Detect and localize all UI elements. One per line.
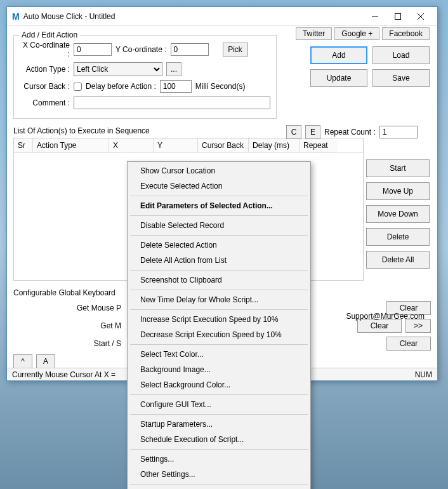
menu-show-cursor[interactable]: Show Cursor Location (128, 163, 310, 178)
titlebar: M Auto Mouse Click - Untitled (7, 7, 437, 26)
facebook-link[interactable]: Facebook (382, 27, 430, 40)
e-button[interactable]: E (305, 125, 320, 139)
menu-inc-speed[interactable]: Increase Script Execution Speed by 10% (128, 312, 310, 327)
context-menu: Show Cursor Location Execute Selected Ac… (127, 161, 311, 489)
menu-delete-all[interactable]: Delete All Action from List (128, 253, 310, 268)
menu-dec-speed[interactable]: Decrease Script Execution Speed by 10% (128, 327, 310, 342)
menu-text-color[interactable]: Select Text Color... (128, 347, 310, 362)
caret-button[interactable]: ^ (13, 354, 32, 368)
col-action[interactable]: Action Type (33, 138, 109, 152)
menu-sep (130, 484, 308, 485)
menu-gui-text[interactable]: Configure GUI Text... (128, 397, 310, 412)
menu-sep (130, 215, 308, 216)
google-link[interactable]: Google + (334, 27, 379, 40)
add-edit-legend: Add / Edit Action (19, 30, 80, 39)
delay-label: Delay before Action : (86, 82, 156, 91)
add-button[interactable]: Add (310, 46, 367, 64)
status-text: Currently Mouse Cursor At X = (12, 370, 115, 379)
y-label: Y Co-ordinate : (115, 45, 167, 54)
menu-bg-color[interactable]: Select Background Color... (128, 377, 310, 392)
a-button[interactable]: A (36, 354, 55, 368)
comment-input[interactable] (74, 97, 270, 109)
menu-schedule[interactable]: Schedule Execution of Script... (128, 432, 310, 447)
support-link[interactable]: Support@MurGee.com (346, 312, 425, 321)
maximize-button[interactable] (386, 8, 409, 25)
delay-input[interactable] (160, 80, 192, 93)
menu-sep (130, 344, 308, 345)
delay-unit: Milli Second(s) (195, 82, 246, 91)
cfg-row3-label: Start / S (13, 339, 121, 348)
menu-sep (130, 290, 308, 290)
menu-screenshot[interactable]: Screenshot to Clipboard (128, 272, 310, 288)
start-button[interactable]: Start (366, 159, 430, 177)
menu-sep (130, 309, 308, 310)
col-repeat[interactable]: Repeat (300, 138, 338, 152)
moveup-button[interactable]: Move Up (366, 182, 430, 200)
col-x[interactable]: X (109, 138, 154, 152)
cursor-back-label: Cursor Back : (19, 82, 70, 91)
menu-delete-selected[interactable]: Delete Selected Action (128, 238, 310, 253)
col-delay[interactable]: Delay (ms) (249, 138, 300, 152)
col-sr[interactable]: Sr (14, 138, 33, 152)
menu-execute-selected[interactable]: Execute Selected Action (128, 178, 310, 194)
menu-sep (130, 449, 308, 450)
close-button[interactable] (409, 8, 432, 25)
svg-rect-1 (395, 13, 401, 19)
action-type-more-button[interactable]: ... (166, 62, 181, 76)
action-type-select[interactable]: Left Click (74, 62, 162, 76)
y-input[interactable] (171, 43, 209, 56)
menu-sep (130, 394, 308, 395)
load-button[interactable]: Load (372, 46, 430, 64)
x-label: X Co-ordinate : (19, 41, 70, 58)
clear2-button[interactable]: Clear (357, 319, 402, 333)
more-button[interactable]: >> (405, 319, 431, 333)
menu-sep (130, 235, 308, 236)
menu-view-info[interactable]: View Script Execution Info... (128, 486, 310, 489)
clear3-button[interactable]: Clear (386, 337, 431, 351)
menu-disable-record[interactable]: Disable Selected Record (128, 218, 310, 233)
col-y[interactable]: Y (154, 138, 198, 152)
deleteall-button[interactable]: Delete All (366, 251, 430, 269)
col-cb[interactable]: Cursor Back (198, 138, 249, 152)
status-num: NUM (415, 370, 432, 379)
action-type-label: Action Type : (19, 65, 70, 74)
app-icon: M (12, 11, 20, 22)
delete-button[interactable]: Delete (366, 228, 430, 246)
movedown-button[interactable]: Move Down (366, 205, 430, 223)
menu-new-delay[interactable]: New Time Delay for Whole Script... (128, 292, 310, 307)
repeat-input[interactable] (379, 126, 418, 138)
menu-settings[interactable]: Settings... (128, 452, 310, 467)
cfg-row2-label: Get M (13, 321, 121, 330)
minimize-button[interactable] (364, 8, 386, 25)
x-input[interactable] (74, 43, 112, 56)
c-button[interactable]: C (286, 125, 301, 139)
menu-sep (130, 196, 308, 196)
cfg-row1-label: Get Mouse P (13, 304, 121, 312)
repeat-label: Repeat Count : (324, 128, 376, 137)
window-title: Auto Mouse Click - Untitled (23, 12, 364, 21)
comment-label: Comment : (19, 98, 70, 107)
menu-sep (130, 270, 308, 271)
twitter-link[interactable]: Twitter (296, 27, 332, 40)
menu-edit-params[interactable]: Edit Parameters of Selected Action... (128, 198, 310, 213)
update-button[interactable]: Update (310, 69, 367, 87)
menu-startup[interactable]: Startup Parameters... (128, 417, 310, 432)
save-button[interactable]: Save (372, 69, 430, 87)
menu-other-settings[interactable]: Other Settings... (128, 467, 310, 482)
cursor-back-checkbox[interactable] (74, 83, 82, 91)
menu-bg-image[interactable]: Background Image... (128, 362, 310, 377)
pick-button[interactable]: Pick (223, 43, 248, 57)
menu-sep (130, 414, 308, 415)
